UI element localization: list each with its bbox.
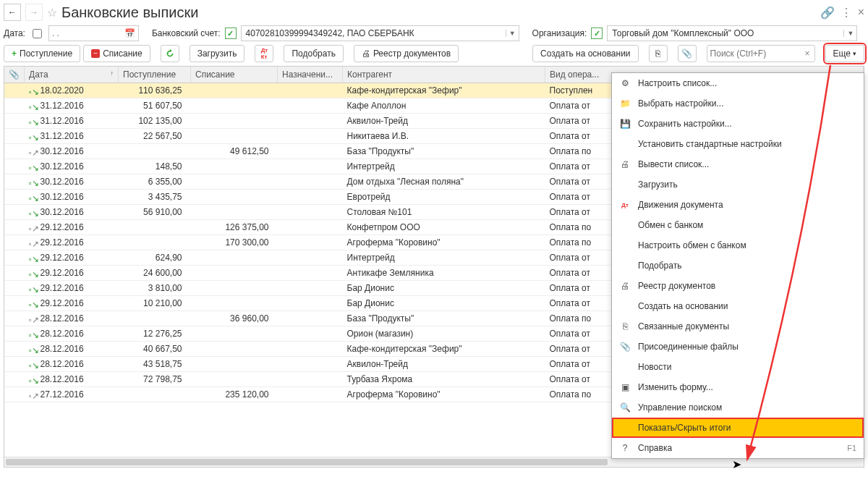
menu-item-icon	[619, 240, 631, 251]
menu-item-icon	[619, 361, 631, 373]
registry-button[interactable]: 🖨Реестр документов	[354, 45, 459, 62]
menu-item[interactable]: 🖨Реестр документов	[612, 276, 864, 296]
menu-item[interactable]: ⚙Настроить список...	[612, 73, 864, 93]
header: ← → ☆ Банковские выписки 🔗 ⋮ ×	[4, 4, 864, 21]
menu-item-icon	[619, 179, 631, 190]
account-combo[interactable]: 40702810399994349242, ПАО СБЕРБАНК ▼	[241, 25, 519, 41]
date-field[interactable]	[49, 28, 122, 38]
doc-icon: ▫↘	[29, 360, 38, 369]
menu-item[interactable]: ?СправкаF1	[612, 438, 864, 458]
menu-item[interactable]: 💾Сохранить настройки...	[612, 114, 864, 134]
menu-item[interactable]: 📁Выбрать настройки...	[612, 93, 864, 114]
search-box[interactable]: ×	[707, 45, 815, 62]
menu-item-icon: ▣	[619, 381, 631, 393]
account-checkbox[interactable]	[225, 28, 237, 39]
menu-item-icon: 💾	[619, 118, 631, 130]
outcome-button[interactable]: −Списание	[83, 45, 150, 62]
menu-item-label: Загрузить	[638, 179, 856, 190]
menu-item[interactable]: Создать на основании	[612, 296, 864, 316]
link-icon[interactable]: 🔗	[820, 6, 835, 20]
col-outcome[interactable]: Списание	[191, 67, 278, 83]
menu-item-icon	[619, 300, 631, 312]
doc-icon: ▫↘	[29, 254, 38, 263]
more-button[interactable]: Еще	[825, 45, 864, 62]
doc-icon: ▫↘	[29, 193, 38, 202]
menu-item[interactable]: 📎Присоединенные файлы	[612, 337, 864, 357]
doc-icon: ▫↘	[29, 132, 38, 141]
menu-item[interactable]: 🖨Вывести список...	[612, 154, 864, 174]
menu-item[interactable]: 🔍Управление поиском	[612, 397, 864, 418]
income-button[interactable]: +Поступление	[4, 45, 80, 62]
col-attach[interactable]: 📎	[4, 67, 25, 83]
menu-item-icon	[619, 422, 631, 434]
doc-icon: ▫↘	[29, 345, 38, 354]
attach-icon[interactable]: 📎	[678, 45, 697, 62]
menu-item-label: Движения документа	[638, 200, 856, 210]
menu-item-label: Показать/Скрыть итоги	[638, 423, 856, 433]
pick-button[interactable]: Подобрать	[284, 45, 343, 62]
doc-icon: ▫↘	[29, 208, 38, 217]
col-date[interactable]: Дата↑	[25, 67, 119, 83]
page-title: Банковские выписки	[61, 4, 198, 21]
menu-item-label: Настроить список...	[638, 78, 856, 88]
menu-item-label: Подобрать	[638, 261, 856, 271]
date-checkbox[interactable]	[33, 29, 42, 38]
favorite-icon[interactable]: ☆	[47, 6, 57, 20]
calendar-icon[interactable]: 📅	[122, 28, 138, 38]
menu-item-icon: 🖨	[619, 280, 631, 292]
menu-item[interactable]: Настроить обмен с банком	[612, 235, 864, 255]
dtkr-icon[interactable]: ДтКт	[255, 45, 273, 62]
menu-item-icon: ⚙	[619, 77, 631, 89]
menu-item[interactable]: Подобрать	[612, 255, 864, 276]
menu-item[interactable]: Установить стандартные настройки	[612, 134, 864, 154]
doc-icon: ▫↘	[29, 178, 38, 187]
menu-item-icon: ?	[619, 442, 631, 454]
menu-item-icon: 🔍	[619, 402, 631, 413]
doc-icon: ▫↘	[29, 102, 38, 111]
col-purpose[interactable]: Назначени...	[278, 67, 343, 83]
clear-search-icon[interactable]: ×	[801, 48, 814, 59]
menu-item[interactable]: Показать/Скрыть итоги	[612, 418, 864, 438]
doc-icon: ▫↗	[29, 224, 38, 232]
menu-item[interactable]: ДтДвижения документа	[612, 195, 864, 215]
refresh-icon[interactable]	[161, 45, 179, 62]
menu-item-label: Реестр документов	[638, 281, 856, 291]
menu-item-icon	[619, 138, 631, 150]
related-docs-icon[interactable]: ⎘	[649, 45, 668, 62]
menu-item[interactable]: Новости	[612, 357, 864, 377]
date-input[interactable]: 📅	[48, 25, 139, 41]
search-input[interactable]	[707, 48, 801, 59]
create-based-button[interactable]: Создать на основании	[532, 45, 639, 62]
org-combo[interactable]: Торговый дом "Комплексный" ООО ▼	[607, 25, 857, 41]
doc-icon: ▫↘	[29, 284, 38, 293]
load-button[interactable]: Загрузить	[190, 45, 245, 62]
org-checkbox[interactable]	[591, 28, 603, 39]
print-icon: 🖨	[362, 48, 370, 59]
menu-item[interactable]: ▣Изменить форму...	[612, 377, 864, 397]
menu-item-label: Управление поиском	[638, 402, 856, 413]
doc-icon: ▫↘	[29, 300, 38, 308]
col-income[interactable]: Поступление	[119, 67, 191, 83]
doc-icon: ▫↗	[29, 391, 38, 400]
doc-icon: ▫↘	[29, 330, 38, 339]
doc-icon: ▫↗	[29, 239, 38, 248]
doc-icon: ▫↘	[29, 87, 38, 96]
date-label: Дата:	[4, 28, 25, 38]
menu-item-label: Связанные документы	[638, 321, 856, 331]
menu-item-label: Вывести список...	[638, 159, 856, 169]
menu-icon[interactable]: ⋮	[841, 6, 852, 20]
col-agent[interactable]: Контрагент	[343, 67, 545, 83]
menu-item-label: Создать на основании	[638, 301, 856, 311]
menu-item[interactable]: Обмен с банком	[612, 215, 864, 235]
menu-item-icon: ⎘	[619, 321, 631, 332]
menu-item[interactable]: ⎘Связанные документы	[612, 316, 864, 337]
menu-item-icon	[619, 219, 631, 231]
close-icon[interactable]: ×	[858, 6, 864, 19]
menu-item-icon	[619, 260, 631, 271]
forward-button[interactable]: →	[25, 4, 43, 21]
chevron-down-icon[interactable]: ▼	[843, 30, 856, 37]
menu-item[interactable]: Загрузить	[612, 174, 864, 195]
chevron-down-icon[interactable]: ▼	[506, 30, 519, 37]
back-button[interactable]: ←	[4, 4, 21, 21]
menu-item-icon: 📎	[619, 341, 631, 352]
